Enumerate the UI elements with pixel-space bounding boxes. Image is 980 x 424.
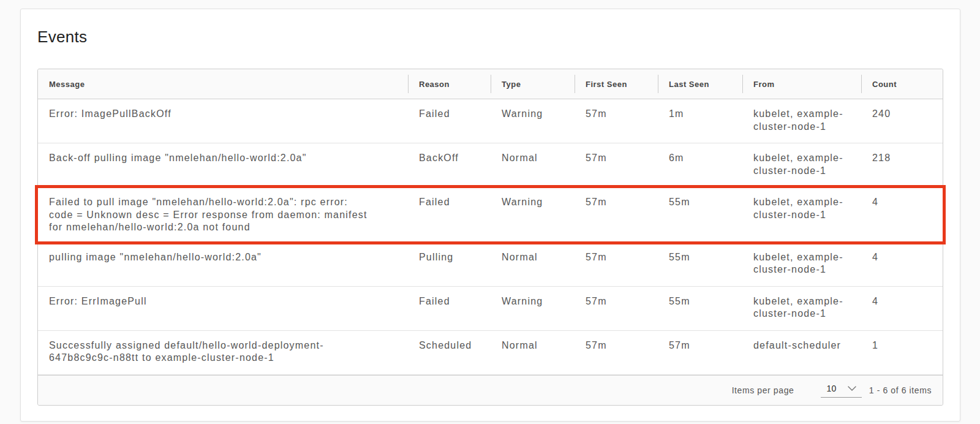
cell-count: 1 [861,331,943,374]
cell-reason: BackOff [408,143,491,187]
column-header-count: Count [861,69,943,99]
cell-count: 240 [861,99,943,143]
cell-last-seen: 55m [658,243,742,286]
cell-first-seen: 57m [575,243,658,286]
events-card: Events Message Reason Type First Seen La… [20,9,960,422]
table-footer: Items per page 10 1 - 6 of 6 items [38,375,943,405]
cell-count: 218 [861,143,943,187]
cell-last-seen: 55m [658,287,742,330]
column-header-from: From [742,69,861,99]
cell-reason: Failed [408,99,491,143]
cell-type: Warning [491,187,575,242]
table-header: Message Reason Type First Seen Last Seen… [38,69,943,99]
cell-first-seen: 57m [575,99,658,143]
cell-from: kubelet, example-cluster-node-1 [742,143,861,187]
column-header-last-seen: Last Seen [658,69,742,99]
table-body: Error: ImagePullBackOff Failed Warning 5… [38,99,943,375]
cell-type: Normal [491,143,575,187]
cell-message: Error: ImagePullBackOff [38,99,408,143]
column-header-type: Type [491,69,575,99]
cell-last-seen: 6m [658,143,742,187]
cell-message: Back-off pulling image "nmelehan/hello-w… [38,143,408,187]
table-row: Error: ErrImagePull Failed Warning 57m 5… [38,287,943,331]
cell-message: pulling image "nmelehan/hello-world:2.0a… [38,243,408,286]
cell-count: 4 [861,287,943,330]
cell-first-seen: 57m [575,331,658,374]
table-row-highlighted: Failed to pull image "nmelehan/hello-wor… [38,187,943,243]
cell-from: kubelet, example-cluster-node-1 [742,99,861,143]
cell-last-seen: 57m [658,331,742,374]
cell-message: Successfully assigned default/hello-worl… [38,331,408,374]
cell-type: Normal [491,331,575,374]
items-per-page-label: Items per page [732,385,794,395]
cell-type: Warning [491,99,575,143]
cell-reason: Pulling [408,243,491,286]
cell-last-seen: 1m [658,99,742,143]
table-row: Error: ImagePullBackOff Failed Warning 5… [38,99,943,143]
cell-type: Normal [491,243,575,286]
cell-from: kubelet, example-cluster-node-1 [742,187,861,242]
cell-from: kubelet, example-cluster-node-1 [742,243,861,286]
table-row: Successfully assigned default/hello-worl… [38,331,943,375]
table-row: Back-off pulling image "nmelehan/hello-w… [38,143,943,187]
cell-count: 4 [861,243,943,286]
cell-count: 4 [861,187,943,242]
pagination-range: 1 - 6 of 6 items [869,385,932,395]
table-row: pulling image "nmelehan/hello-world:2.0a… [38,243,943,287]
cell-reason: Scheduled [408,331,491,374]
cell-first-seen: 57m [575,187,658,242]
cell-message: Error: ErrImagePull [38,287,408,330]
cell-reason: Failed [408,187,491,242]
cell-from: kubelet, example-cluster-node-1 [742,287,861,330]
events-table: Message Reason Type First Seen Last Seen… [37,69,943,406]
items-per-page-value: 10 [826,384,836,393]
chevron-down-icon [848,386,856,391]
page-title: Events [37,28,943,45]
cell-reason: Failed [408,287,491,330]
cell-type: Warning [491,287,575,330]
column-header-reason: Reason [408,69,491,99]
items-per-page-select[interactable]: 10 [821,382,861,398]
cell-first-seen: 57m [575,143,658,187]
cell-last-seen: 55m [658,187,742,242]
column-header-message: Message [38,69,408,99]
cell-first-seen: 57m [575,287,658,330]
cell-message: Failed to pull image "nmelehan/hello-wor… [38,187,408,242]
cell-from: default-scheduler [742,331,861,374]
column-header-first-seen: First Seen [575,69,658,99]
